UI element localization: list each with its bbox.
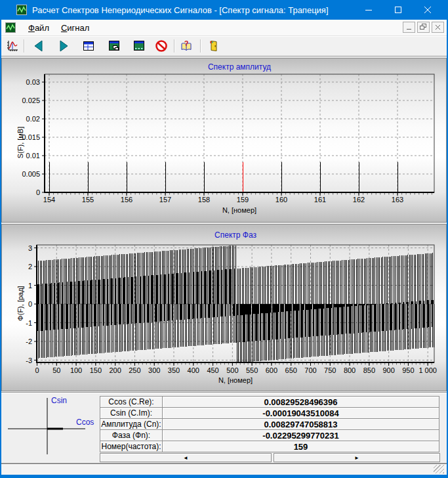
- app-icon: [16, 5, 27, 15]
- readout-table: Ccos (C.Re):0.00829528496396Csin (C.Im):…: [100, 397, 440, 452]
- readout-value: 0.00829747058813: [162, 418, 439, 430]
- menu-bar: Файл Сигнал: [1, 20, 447, 36]
- x-tick-label: 400: [188, 366, 199, 374]
- x-tick-label: 950: [402, 366, 414, 374]
- y-tick-label: 0.03: [26, 78, 40, 86]
- svg-text:?: ?: [184, 39, 189, 47]
- x-tick-label: 163: [392, 196, 403, 204]
- status-bar: [1, 463, 447, 475]
- mdi-child-icon: [5, 22, 16, 33]
- x-tick-label: 800: [344, 366, 356, 374]
- x-tick-label: 158: [198, 196, 210, 204]
- readout-row: Фаза (Фn):-0.02295299770231: [100, 430, 440, 441]
- scroll-right-button[interactable]: ►: [274, 453, 440, 462]
- y-axis-label: S(F), [мВ]: [16, 127, 24, 159]
- readout-row: Номер(частота):159: [100, 441, 440, 452]
- cascade-windows-button[interactable]: [106, 38, 122, 54]
- y-tick-label: 1: [28, 282, 32, 290]
- readout-row: Csin (C.Im):-0.00019043510084: [100, 408, 440, 419]
- resize-grip[interactable]: [434, 465, 444, 473]
- x-axis-label: N, [номер]: [222, 206, 256, 214]
- readout-panel: Csin Ccos Ccos (C.Re):0.00829528496396Cs…: [1, 392, 447, 475]
- x-tick-label: 0: [35, 366, 39, 374]
- x-tick-label: 550: [246, 366, 258, 374]
- readout-label: Ccos (C.Re):: [100, 396, 163, 408]
- readout-value: 0.00829528496396: [162, 396, 439, 408]
- exit-button[interactable]: [205, 38, 221, 54]
- scroll-left-button[interactable]: ◄: [100, 453, 272, 462]
- menu-file-rest: айл: [35, 23, 49, 33]
- chart-title: Спектр Фаз: [214, 230, 256, 240]
- window-title: Расчет Спектров Непериодических Сигналов…: [32, 5, 329, 15]
- x-tick-label: 155: [82, 196, 94, 204]
- x-tick-label: 350: [168, 366, 180, 374]
- exit-icon: [207, 39, 220, 53]
- phase-spectrum-chart[interactable]: Спектр Фаз3210-1-2-305010015020025030035…: [1, 224, 447, 391]
- csin-axis-label: Csin: [51, 396, 67, 405]
- frequency-scrollbar: ◄ ►: [100, 453, 440, 462]
- x-tick-label: 1 000: [418, 366, 437, 374]
- x-tick-label: 162: [353, 196, 365, 204]
- readout-value: -0.00019043510084: [162, 407, 439, 419]
- menu-file[interactable]: Файл: [22, 21, 55, 35]
- x-tick-label: 156: [121, 196, 132, 204]
- arrow-right-icon: [57, 39, 70, 53]
- maximize-button[interactable]: [384, 0, 413, 20]
- menu-signal-rest: игнал: [67, 23, 89, 33]
- x-tick-label: 250: [129, 366, 140, 374]
- x-tick-label: 500: [226, 366, 238, 374]
- x-tick-label: 100: [70, 366, 82, 374]
- y-tick-label: -3: [26, 357, 32, 364]
- x-tick-label: 200: [109, 366, 121, 374]
- title-bar: Расчет Спектров Непериодических Сигналов…: [0, 0, 448, 20]
- y-tick-label: 3: [28, 244, 32, 252]
- x-tick-label: 150: [90, 366, 102, 374]
- menu-signal[interactable]: Сигнал: [55, 21, 95, 35]
- stop-button[interactable]: [153, 38, 169, 54]
- next-frequency-button[interactable]: [56, 38, 71, 54]
- help-button[interactable]: ?: [178, 38, 194, 54]
- amplitude-spectrum-chart[interactable]: Спектр амплитуд00.0050.010.0150.020.0250…: [1, 58, 447, 223]
- arrow-left-icon: [32, 39, 45, 53]
- readout-label: Csin (C.Im):: [100, 407, 163, 419]
- readout-value: -0.02295299770231: [162, 429, 439, 441]
- minimize-button[interactable]: [354, 0, 384, 20]
- spectrum-plot-icon: [6, 39, 19, 53]
- y-tick-label: 0.02: [26, 115, 40, 123]
- scroll-left-icon: ◄: [183, 455, 188, 461]
- table-button[interactable]: [81, 38, 96, 54]
- amplitude-chart-canvas: Спектр амплитуд00.0050.010.0150.020.0250…: [2, 58, 446, 222]
- readout-label: Фаза (Фn):: [100, 429, 163, 441]
- x-axis-label: N, [номер]: [218, 376, 253, 384]
- stop-icon: [155, 39, 168, 53]
- readout-row: Амплитуда (Cn):0.00829747058813: [100, 419, 440, 430]
- mdi-restore-button[interactable]: [417, 22, 430, 33]
- readout-value: 159: [162, 441, 439, 452]
- x-tick-label: 50: [52, 366, 60, 374]
- x-tick-label: 700: [304, 366, 316, 374]
- x-tick-label: 157: [159, 196, 171, 204]
- signal-window-icon: [132, 39, 146, 53]
- signal-window-button[interactable]: [131, 38, 147, 54]
- y-tick-label: -1: [26, 319, 32, 327]
- prev-frequency-button[interactable]: [31, 38, 47, 54]
- scroll-right-icon: ►: [354, 455, 359, 461]
- mdi-minimize-button[interactable]: [403, 22, 415, 33]
- window-border-left: [0, 0, 1, 478]
- table-icon: [82, 39, 95, 53]
- x-tick-label: 154: [43, 196, 55, 204]
- y-tick-label: 2: [28, 263, 32, 271]
- help-icon: ?: [180, 39, 193, 53]
- x-tick-label: 300: [148, 366, 160, 374]
- app-window: Расчет Спектров Непериодических Сигналов…: [0, 0, 448, 478]
- close-button[interactable]: [413, 0, 443, 20]
- readout-label: Амплитуда (Cn):: [100, 418, 163, 430]
- x-tick-label: 161: [314, 196, 326, 204]
- spectrum-plot-button[interactable]: [5, 38, 20, 54]
- mdi-close-button[interactable]: [432, 22, 444, 33]
- x-tick-label: 650: [285, 366, 297, 374]
- y-tick-label: 0: [28, 300, 32, 308]
- y-tick-label: 0.005: [22, 170, 40, 178]
- toolbar-separator: [200, 39, 201, 53]
- toolbar-separator: [24, 39, 24, 53]
